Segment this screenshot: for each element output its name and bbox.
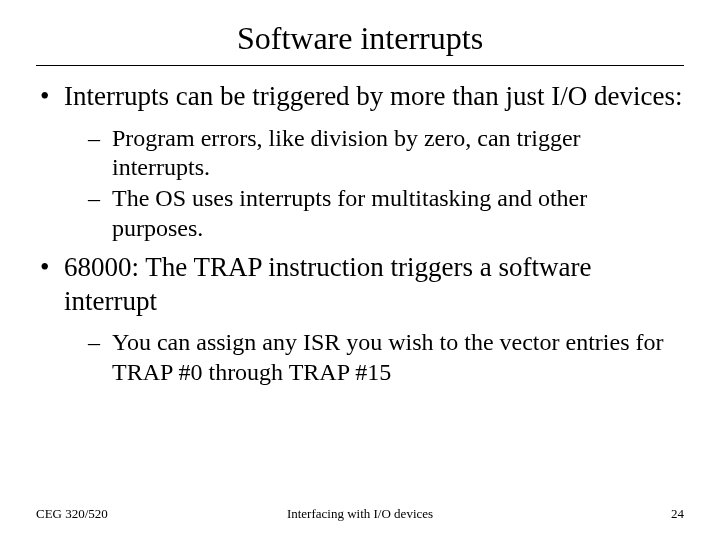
- sub-bullet-list: You can assign any ISR you wish to the v…: [64, 328, 684, 387]
- slide-title: Software interrupts: [237, 20, 483, 59]
- footer-center: Interfacing with I/O devices: [287, 506, 433, 522]
- sub-bullet-item: Program errors, like division by zero, c…: [64, 124, 684, 183]
- bullet-text: 68000: The TRAP instruction triggers a s…: [64, 252, 591, 316]
- sub-bullet-text: Program errors, like division by zero, c…: [112, 125, 581, 180]
- sub-bullet-list: Program errors, like division by zero, c…: [64, 124, 684, 243]
- sub-bullet-text: The OS uses interrupts for multitasking …: [112, 185, 587, 240]
- footer: CEG 320/520 Interfacing with I/O devices…: [0, 506, 720, 522]
- bullet-item: 68000: The TRAP instruction triggers a s…: [36, 251, 684, 387]
- footer-right: 24: [671, 506, 684, 522]
- sub-bullet-text: You can assign any ISR you wish to the v…: [112, 329, 663, 384]
- slide: Software interrupts Interrupts can be tr…: [0, 0, 720, 540]
- title-underline: [36, 65, 684, 66]
- sub-bullet-item: You can assign any ISR you wish to the v…: [64, 328, 684, 387]
- bullet-list: Interrupts can be triggered by more than…: [36, 80, 684, 387]
- bullet-text: Interrupts can be triggered by more than…: [64, 81, 683, 111]
- title-wrap: Software interrupts: [36, 20, 684, 59]
- bullet-item: Interrupts can be triggered by more than…: [36, 80, 684, 243]
- footer-left: CEG 320/520: [36, 506, 108, 522]
- sub-bullet-item: The OS uses interrupts for multitasking …: [64, 184, 684, 243]
